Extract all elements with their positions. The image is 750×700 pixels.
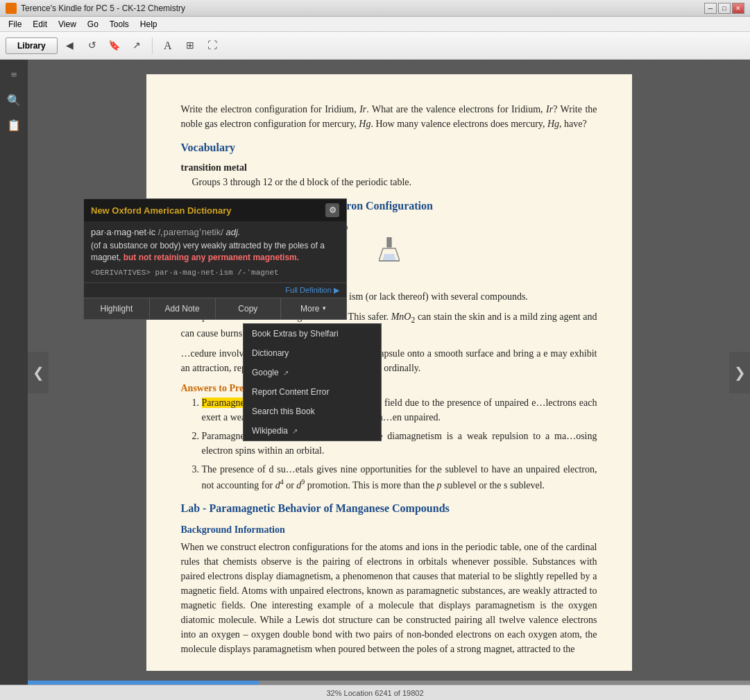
svg-marker-2: [382, 254, 396, 261]
content-area: ❮ Write the electron configuration for I…: [28, 60, 750, 685]
bookmark-button[interactable]: 🔖: [105, 36, 124, 56]
highlight-button[interactable]: Highlight: [84, 298, 150, 319]
refresh-button[interactable]: ↺: [83, 36, 102, 56]
minimize-button[interactable]: ─: [704, 3, 717, 14]
toolbar: Library ◀ ↺ 🔖 ↗ A ⊞ ⛶: [0, 32, 750, 60]
menu-file[interactable]: File: [3, 18, 27, 31]
progress-bar: [28, 681, 259, 685]
menu-help[interactable]: Help: [135, 18, 163, 31]
bg-text: When we construct electron configuration…: [181, 540, 597, 656]
dropdown-item-label: Wikipedia: [252, 426, 288, 436]
main-layout: ≡ 🔍 📋 ❮ Write the electron configuration…: [0, 60, 750, 685]
sidebar-search-icon[interactable]: 🔍: [4, 90, 24, 110]
dict-phonetic: /ˌparemagˈnetik/: [158, 227, 223, 237]
dict-word-text: par·a·mag·net·ic: [91, 227, 155, 237]
external-link-icon: ↗: [283, 369, 289, 377]
next-page-button[interactable]: ❯: [729, 352, 750, 393]
dict-definition: (of a substance or body) very weakly att…: [91, 240, 339, 264]
dropdown-report[interactable]: Report Content Error: [244, 382, 381, 402]
menu-edit[interactable]: Edit: [27, 18, 53, 31]
dropdown-item-label: Report Content Error: [252, 387, 329, 397]
dict-body: par·a·mag·net·ic /ˌparemagˈnetik/ adj. (…: [84, 221, 346, 282]
dropdown-google[interactable]: Google ↗: [244, 363, 381, 382]
menu-tools[interactable]: Tools: [104, 18, 135, 31]
progress-bar-container: [28, 681, 750, 685]
dict-derivatives: <DERIVATIVES> par·a·mag·net·ism /‐ˈmagne…: [91, 268, 339, 277]
dict-entry: par·a·mag·net·ic /ˌparemagˈnetik/ adj.: [91, 227, 339, 237]
dropdown-item-label: Search this Book: [252, 407, 315, 416]
dict-pos: adj.: [225, 227, 240, 237]
window-controls: ─ □ ✕: [704, 3, 744, 14]
dropdown-item-label: Google: [252, 368, 279, 377]
title-bar-text: Terence's Kindle for PC 5 - CK-12 Chemis…: [21, 3, 704, 13]
previous-page-button[interactable]: ❮: [28, 352, 49, 393]
full-definition-link[interactable]: Full Definition ▶: [84, 282, 346, 298]
vocab-heading: Vocabulary: [181, 139, 597, 156]
book-page: Write the electron configuration for Iri…: [146, 74, 632, 671]
more-button[interactable]: More ▼: [281, 298, 346, 319]
dictionary-popup: New Oxford American Dictionary ⚙ par·a·m…: [83, 198, 347, 320]
more-dropdown-arrow: ▼: [321, 305, 327, 311]
font-button[interactable]: A: [158, 36, 178, 56]
close-button[interactable]: ✕: [732, 3, 744, 14]
svg-rect-0: [387, 237, 391, 247]
bg-heading: Background Information: [181, 522, 597, 537]
lab-heading: Lab - Paramagnetic Behavior of Manganese…: [181, 500, 597, 517]
intro-text: Write the electron configuration for Iri…: [181, 102, 597, 131]
title-bar: Terence's Kindle for PC 5 - CK-12 Chemis…: [0, 0, 750, 17]
menu-view[interactable]: View: [53, 18, 82, 31]
external-link-icon: ↗: [292, 427, 298, 435]
vocab-def: Groups 3 through 12 or the d block of th…: [192, 175, 597, 189]
menu-bar: File Edit View Go Tools Help: [0, 17, 750, 32]
answer3: The presence of d su…etals gives nine op…: [202, 462, 597, 493]
sidebar-notes-icon[interactable]: 📋: [4, 115, 24, 135]
menu-go[interactable]: Go: [82, 18, 104, 31]
sidebar-menu-icon[interactable]: ≡: [4, 65, 24, 85]
view-button[interactable]: ⊞: [180, 36, 200, 56]
maximize-button[interactable]: □: [718, 3, 731, 14]
toolbar-separator: [152, 37, 153, 54]
library-button[interactable]: Library: [6, 37, 58, 54]
status-text: 32% Location 6241 of 19802: [326, 689, 423, 697]
dropdown-item-label: Dictionary: [252, 348, 289, 358]
dict-settings-button[interactable]: ⚙: [325, 203, 339, 217]
vocab-term: transition metal: [181, 160, 597, 175]
back-button[interactable]: ◀: [60, 36, 80, 56]
more-dropdown-menu: Book Extras by Shelfari Dictionary Googl…: [243, 323, 382, 441]
dropdown-wikipedia[interactable]: Wikipedia ↗: [244, 421, 381, 441]
status-bar: 32% Location 6241 of 19802: [0, 685, 750, 700]
dict-title: New Oxford American Dictionary: [91, 205, 232, 216]
fullscreen-button[interactable]: ⛶: [203, 36, 222, 56]
dropdown-search-book[interactable]: Search this Book: [244, 402, 381, 421]
left-sidebar: ≡ 🔍 📋: [0, 60, 28, 685]
copy-button[interactable]: Copy: [216, 298, 282, 319]
dropdown-dictionary[interactable]: Dictionary: [244, 343, 381, 363]
add-note-button[interactable]: Add Note: [150, 298, 216, 319]
dropdown-item-label: Book Extras by Shelfari: [252, 329, 339, 339]
dropdown-book-extras[interactable]: Book Extras by Shelfari: [244, 324, 381, 343]
goto-button[interactable]: ↗: [127, 36, 146, 56]
app-icon: [6, 3, 17, 14]
action-bar: Highlight Add Note Copy More ▼: [84, 298, 346, 319]
dict-header: New Oxford American Dictionary ⚙: [84, 199, 346, 221]
